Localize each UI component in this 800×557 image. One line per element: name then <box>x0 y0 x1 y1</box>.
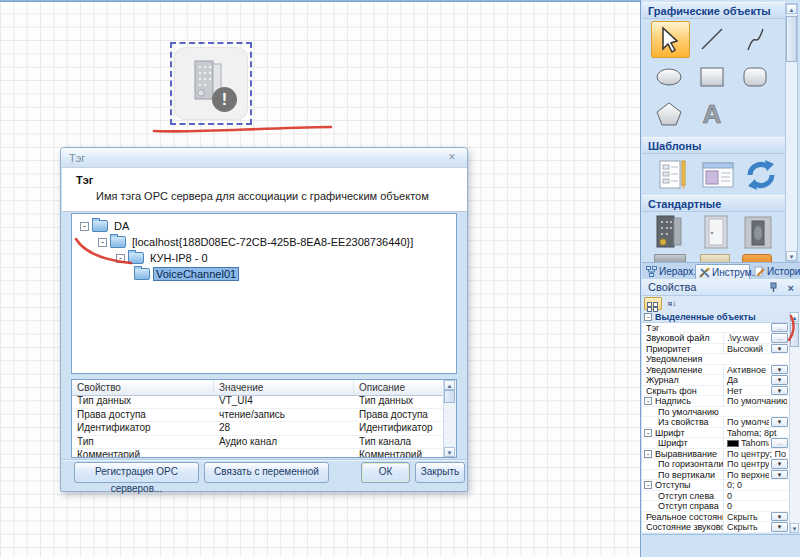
tree-node-label[interactable]: VoiceChannel01 <box>154 268 238 280</box>
ok-button[interactable]: ОК <box>361 462 410 483</box>
column-header[interactable]: Свойство <box>72 380 214 395</box>
property-category-row[interactable]: -Выделенные объекты <box>642 312 789 323</box>
tree-collapse-icon[interactable]: - <box>98 238 107 247</box>
property-row[interactable]: -ШрифтTahoma; 8pt <box>642 428 789 439</box>
scroll-down-icon[interactable]: ▼ <box>790 523 799 533</box>
scroll-down-icon[interactable]: ▼ <box>786 251 797 261</box>
standard-intercom-panel[interactable] <box>650 213 688 255</box>
property-row[interactable]: По вертикалиПо верхнему кра▼ <box>642 470 789 481</box>
canvas-object-intercom[interactable] <box>174 47 248 120</box>
section-header-templates[interactable]: Шаблоны <box>642 137 785 154</box>
property-row[interactable]: УведомлениеАктивное▼ <box>642 365 789 376</box>
tree-node[interactable]: VoiceChannel01 <box>134 267 238 282</box>
property-row[interactable]: ЖурналДа▼ <box>642 375 789 386</box>
property-value[interactable]: Скрыть <box>723 512 769 522</box>
tree-node[interactable]: -КУН-IP8 - 0 <box>116 251 210 266</box>
dropdown-button[interactable]: ▼ <box>771 417 788 427</box>
property-value[interactable]: .\vy.wav <box>723 333 769 343</box>
alphabetical-sort-button[interactable]: я↓ <box>663 297 681 310</box>
collapse-icon[interactable]: - <box>644 481 652 489</box>
clipped-icon[interactable] <box>700 254 730 262</box>
table-row[interactable]: Права доступачтение/записьПрава доступа <box>72 409 446 423</box>
tool-pentagon[interactable] <box>651 96 688 131</box>
pin-icon[interactable] <box>769 282 778 293</box>
dropdown-button[interactable]: ▼ <box>771 522 788 532</box>
dropdown-button[interactable]: ▼ <box>771 344 788 354</box>
template-form-editor[interactable] <box>655 157 691 197</box>
section-header-standard[interactable]: Стандартные <box>642 195 785 212</box>
tree-collapse-icon[interactable]: - <box>116 254 125 263</box>
opc-tag-tree[interactable]: -DA-[localhost{188D08EC-72CB-425B-8EA8-E… <box>71 213 457 374</box>
properties-panel-header[interactable]: Свойства × <box>642 279 800 296</box>
property-value[interactable]: 0 <box>723 491 787 501</box>
tool-text[interactable]: A <box>694 96 731 131</box>
property-row[interactable]: Скрыть фонНет▼ <box>642 386 789 397</box>
dropdown-button[interactable]: ▼ <box>771 365 788 375</box>
property-row[interactable]: По умолчанию <box>642 407 789 418</box>
property-value[interactable]: Активное <box>723 365 769 375</box>
tool-rounded-rectangle[interactable] <box>737 59 774 94</box>
property-row[interactable]: -НадписьПо умолчанию; Taho <box>642 396 789 407</box>
property-value[interactable]: 0; 0 <box>723 480 787 490</box>
tool-rectangle[interactable] <box>694 59 731 94</box>
tab-hierarchy[interactable]: Иерарх... <box>643 264 694 280</box>
table-row[interactable]: КомментарийКомментарий <box>72 449 446 458</box>
ellipsis-button[interactable]: … <box>771 333 788 343</box>
section-header-graphics[interactable]: Графические объекты <box>642 2 785 19</box>
property-row[interactable]: Звуковой файл.\vy.wav… <box>642 333 789 344</box>
property-value[interactable]: По умолчанию; Taho <box>723 396 787 406</box>
scrollbar-thumb[interactable] <box>786 16 797 62</box>
property-value[interactable]: 0 <box>723 501 787 511</box>
table-row[interactable]: Тип данныхVT_UI4Тип данных <box>72 395 446 409</box>
clipped-icon[interactable] <box>742 254 772 262</box>
bind-to-variable-button[interactable]: Связать с переменной <box>204 462 329 483</box>
property-value[interactable]: Нет <box>723 386 769 396</box>
collapse-icon[interactable]: - <box>644 450 652 458</box>
collapse-icon[interactable]: - <box>644 397 652 405</box>
tab-tools[interactable]: Инструм... <box>695 264 750 280</box>
property-value[interactable]: Скрыть <box>723 522 769 532</box>
ellipsis-button[interactable]: … <box>771 323 788 333</box>
dialog-title-bar[interactable]: Тэг × <box>61 148 467 168</box>
properties-close-icon[interactable]: × <box>788 280 794 296</box>
tab-history[interactable]: История <box>751 264 800 280</box>
property-value[interactable]: Да <box>723 375 769 385</box>
property-row[interactable]: -ВыравниваниеПо центру; По верх <box>642 449 789 460</box>
dialog-close-icon[interactable]: × <box>445 151 459 165</box>
standard-door[interactable] <box>697 213 735 255</box>
clipped-icon[interactable] <box>654 254 686 262</box>
property-value[interactable]: По центру <box>723 459 769 469</box>
template-window[interactable] <box>700 157 736 197</box>
close-button[interactable]: Закрыть <box>415 462 465 483</box>
categorize-button[interactable] <box>644 297 662 310</box>
property-value[interactable]: По центру; По верх <box>723 449 787 459</box>
property-row[interactable]: По горизонталиПо центру▼ <box>642 459 789 470</box>
column-header[interactable]: Значение <box>214 380 354 395</box>
property-value[interactable]: По умолчанию <box>723 417 769 427</box>
property-row[interactable]: Реальное состояниеСкрыть▼ <box>642 512 789 523</box>
tree-node-label[interactable]: DA <box>112 220 131 232</box>
collapse-icon[interactable]: - <box>644 429 652 437</box>
tree-collapse-icon[interactable]: - <box>80 222 89 231</box>
property-row[interactable]: Состояние звуковогоСкрыть▼ <box>642 522 789 533</box>
tree-node-label[interactable]: КУН-IP8 - 0 <box>148 252 210 264</box>
property-row[interactable]: -Отступы0; 0 <box>642 480 789 491</box>
standard-turnstile[interactable] <box>739 213 777 255</box>
dropdown-button[interactable]: ▼ <box>771 470 788 480</box>
table-row[interactable]: ТипАудио каналТип канала <box>72 436 446 450</box>
tree-node[interactable]: -DA <box>80 219 131 234</box>
property-row[interactable]: Тэг… <box>642 323 789 334</box>
property-grid-scrollbar[interactable]: ▲ ▼ <box>789 312 800 533</box>
tool-select[interactable] <box>651 21 690 58</box>
scrollbar-thumb[interactable] <box>790 323 799 347</box>
tool-line[interactable] <box>694 21 731 56</box>
template-refresh[interactable] <box>742 156 780 198</box>
scrollbar-thumb[interactable] <box>444 390 455 403</box>
tree-node[interactable]: -[localhost{188D08EC-72CB-425B-8EA8-EE23… <box>98 235 415 250</box>
scroll-up-icon[interactable]: ▲ <box>786 4 797 14</box>
property-row[interactable]: Отступ справа0 <box>642 501 789 512</box>
ellipsis-button[interactable]: … <box>771 438 788 448</box>
scroll-up-icon[interactable]: ▲ <box>444 380 455 390</box>
toolbox-scrollbar[interactable]: ▲ ▼ <box>785 3 798 262</box>
property-value[interactable]: Tahoma; 8pt <box>723 428 787 438</box>
